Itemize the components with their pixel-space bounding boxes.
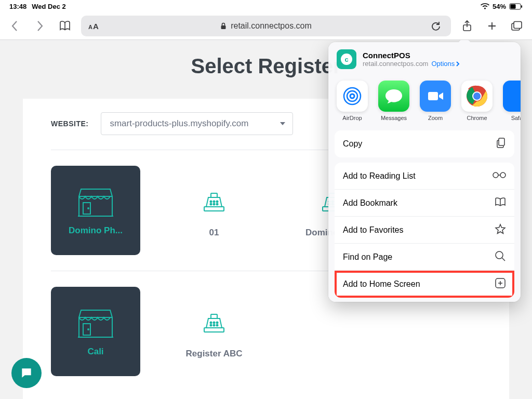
svg-rect-1: [510, 4, 515, 8]
svg-point-47: [500, 172, 506, 178]
bookmarks-button[interactable]: [56, 17, 74, 35]
svg-rect-10: [204, 207, 224, 211]
svg-point-14: [217, 201, 218, 203]
new-tab-button[interactable]: [483, 17, 501, 35]
svg-point-9: [88, 208, 89, 209]
share-button[interactable]: [458, 17, 476, 35]
share-app-label: Zoom: [428, 115, 443, 121]
wifi-icon: [481, 3, 489, 10]
share-app-label: Messages: [381, 115, 407, 121]
card-label: Register ABC: [186, 349, 243, 359]
forward-button[interactable]: [31, 17, 49, 35]
action-add-to-reading-list[interactable]: Add to Reading List: [335, 163, 514, 190]
svg-point-12: [210, 201, 212, 203]
share-sheet: c ConnectPOS retail.connectpos.com Optio…: [328, 42, 521, 302]
svg-rect-3: [221, 25, 226, 29]
card-label: Cali: [87, 347, 103, 357]
svg-point-37: [217, 325, 218, 326]
svg-point-44: [473, 92, 481, 100]
battery-icon: [509, 3, 523, 10]
safari-toolbar: AA retail.connectpos.com: [0, 12, 532, 39]
lock-icon: [220, 22, 227, 30]
share-app-name: ConnectPOS: [363, 51, 460, 60]
register-card[interactable]: Register ABC: [169, 287, 259, 376]
book-icon: [495, 197, 506, 209]
webpage: Select Register WEBSITE: smart-products-…: [0, 40, 532, 399]
svg-point-17: [217, 204, 218, 205]
plus-sq-icon: [495, 277, 506, 291]
copy-icon: [496, 137, 506, 151]
action-find-on-page[interactable]: Find on Page: [335, 244, 514, 271]
share-options-link[interactable]: Options: [431, 60, 460, 68]
svg-rect-11: [211, 193, 217, 197]
reload-button[interactable]: [427, 17, 445, 35]
share-app-host: retail.connectpos.com: [363, 60, 428, 68]
svg-rect-5: [514, 22, 522, 29]
reader-aa-button[interactable]: AA: [88, 22, 99, 31]
svg-point-34: [217, 322, 218, 324]
share-app-chrome[interactable]: Chrome: [461, 81, 493, 121]
action-add-bookmark[interactable]: Add Bookmark: [335, 190, 514, 217]
url-text: retail.connectpos.com: [231, 21, 312, 31]
svg-point-29: [88, 329, 89, 330]
share-app-label: Safari: [511, 115, 521, 121]
svg-point-35: [210, 325, 212, 326]
svg-point-46: [493, 172, 498, 178]
register-card[interactable]: 01: [169, 166, 259, 255]
website-select[interactable]: smart-products-plus.myshopify.com: [101, 112, 293, 135]
url-bar[interactable]: AA retail.connectpos.com: [81, 16, 451, 36]
svg-rect-31: [211, 314, 217, 318]
search-icon: [495, 250, 506, 264]
status-battery: 54%: [493, 3, 506, 10]
svg-rect-30: [204, 328, 224, 332]
action-add-to-home-screen[interactable]: Add to Home Screen: [335, 271, 514, 298]
svg-point-15: [210, 204, 212, 205]
share-header: c ConnectPOS retail.connectpos.com Optio…: [328, 42, 521, 76]
store-card[interactable]: Domino Ph...: [51, 166, 140, 255]
store-card[interactable]: Cali: [51, 287, 140, 376]
share-app-airdrop[interactable]: AirDrop: [337, 81, 368, 121]
svg-point-32: [210, 322, 212, 324]
share-app-zoom[interactable]: Zoom: [420, 81, 451, 121]
share-app-row[interactable]: AirDropMessagesZoomChromeSafari: [328, 76, 521, 124]
ipad-status-bar: 13:48 Wed Dec 2 54%: [0, 0, 532, 12]
svg-point-36: [214, 325, 215, 326]
svg-point-13: [214, 201, 215, 203]
share-app-label: AirDrop: [342, 115, 362, 121]
glasses-icon: [493, 171, 506, 181]
share-app-icon: c: [337, 49, 356, 69]
share-app-safari[interactable]: Safari: [503, 81, 521, 121]
svg-rect-41: [428, 92, 438, 100]
back-button[interactable]: [6, 17, 24, 35]
svg-point-16: [214, 204, 215, 205]
share-app-label: Chrome: [467, 115, 487, 121]
card-label: 01: [209, 228, 219, 238]
svg-rect-2: [521, 5, 522, 8]
svg-point-38: [350, 94, 354, 98]
star-icon: [495, 223, 506, 237]
share-app-messages[interactable]: Messages: [378, 81, 409, 121]
tabs-button[interactable]: [508, 17, 526, 35]
status-date: Wed Dec 2: [32, 3, 66, 10]
action-copy[interactable]: Copy: [335, 130, 514, 157]
svg-point-33: [214, 322, 215, 324]
svg-rect-45: [499, 138, 504, 145]
card-label: Domino Ph...: [69, 225, 123, 236]
status-time: 13:48: [9, 3, 26, 10]
svg-point-39: [347, 91, 357, 101]
action-add-to-favorites[interactable]: Add to Favorites: [335, 217, 514, 244]
website-label: WEBSITE:: [51, 119, 88, 128]
chat-fab[interactable]: [11, 358, 42, 388]
svg-point-48: [496, 251, 503, 259]
